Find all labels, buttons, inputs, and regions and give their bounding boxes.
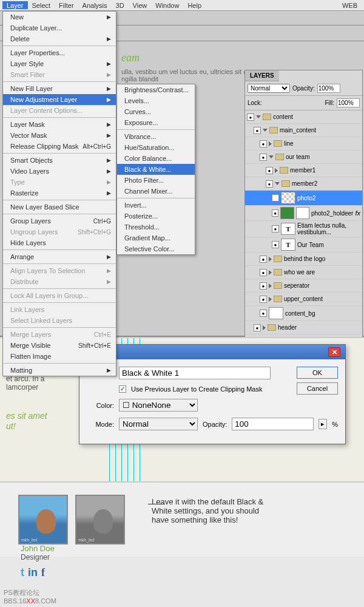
linkedin-icon[interactable]: in <box>28 566 38 579</box>
layer-text1[interactable]: ●TEtiam lectus nulla, vestibulum... <box>245 221 362 237</box>
text-icon: T <box>281 239 295 251</box>
menu-smart-objects[interactable]: Smart Objects▶ <box>3 155 116 166</box>
layer-behind-logo[interactable]: ●behind the logo <box>245 253 362 266</box>
menu-exposure[interactable]: Exposure... <box>117 117 195 128</box>
color-select[interactable]: ☐ NoneNone <box>119 399 198 412</box>
layer-member1[interactable]: ●member1 <box>245 164 362 177</box>
visibility-icon[interactable]: ● <box>272 241 279 248</box>
folder-icon <box>275 154 284 160</box>
layer-our-team[interactable]: ●our team <box>245 151 362 164</box>
menu-layer[interactable]: Layer <box>2 1 28 9</box>
layer-upper-content[interactable]: ●upper_content <box>245 293 362 306</box>
menu-vibrance[interactable]: Vibrance... <box>117 131 195 142</box>
menu-3d[interactable]: 3D <box>112 1 129 9</box>
menu-release-clipping[interactable]: Release Clipping MaskAlt+Ctrl+G <box>3 141 116 152</box>
visibility-icon[interactable]: ● <box>260 310 267 317</box>
mask-thumbnail <box>296 207 309 219</box>
menu-delete[interactable]: Delete▶ <box>3 33 116 44</box>
layers-tab[interactable]: LAYERS <box>245 70 279 81</box>
visibility-icon[interactable]: ● <box>254 127 261 134</box>
menu-vector-mask[interactable]: Vector Mask▶ <box>3 130 116 141</box>
menu-analysis[interactable]: Analysis <box>78 1 112 9</box>
close-button[interactable]: ✕ <box>328 347 340 357</box>
clip-checkbox[interactable]: ✓ <box>119 385 126 393</box>
menu-flatten[interactable]: Flatten Image <box>3 351 116 362</box>
visibility-icon[interactable]: ● <box>260 282 267 290</box>
menu-photo-filter[interactable]: Photo Filter... <box>117 175 195 186</box>
menu-new-adjustment-layer[interactable]: New Adjustment Layer▶ <box>3 94 116 105</box>
fill-input[interactable] <box>337 98 360 107</box>
layer-dropdown: New▶ Duplicate Layer... Delete▶ Layer Pr… <box>2 11 116 376</box>
opacity-input[interactable] <box>317 84 340 93</box>
visibility-icon[interactable]: ● <box>272 194 279 202</box>
blend-mode-select[interactable]: Normal <box>248 84 290 93</box>
menu-brightness[interactable]: Brightness/Contrast... <box>117 84 195 95</box>
menu-layer-style[interactable]: Layer Style▶ <box>3 58 116 69</box>
visibility-icon[interactable]: ● <box>247 114 254 121</box>
menu-threshold[interactable]: Threshold... <box>117 222 195 232</box>
facebook-icon[interactable]: f <box>41 566 45 579</box>
menu-color-balance[interactable]: Color Balance... <box>117 153 195 164</box>
menu-rasterize[interactable]: Rasterize▶ <box>3 188 116 198</box>
visibility-icon[interactable]: ● <box>254 324 261 331</box>
menu-posterize[interactable]: Posterize... <box>117 211 195 222</box>
layer-seperator[interactable]: ●seperator <box>245 279 362 293</box>
menu-channel-mixer[interactable]: Channel Mixer... <box>117 186 195 197</box>
menu-selective-color[interactable]: Selective Color... <box>117 243 195 254</box>
menu-group-layers[interactable]: Group LayersCtrl+G <box>3 215 116 226</box>
name-input[interactable] <box>119 367 271 379</box>
mid-italic-text: es sit amet ut! <box>6 411 47 432</box>
menu-matting[interactable]: Matting▶ <box>3 365 116 376</box>
opacity-stepper[interactable]: ▸ <box>318 419 327 429</box>
menu-invert[interactable]: Invert... <box>117 200 195 211</box>
fill-label: Fill: <box>325 100 334 106</box>
menu-help[interactable]: Help <box>183 1 206 9</box>
visibility-icon[interactable]: ● <box>266 180 273 188</box>
menu-hue-saturation[interactable]: Hue/Saturation... <box>117 142 195 153</box>
menu-web[interactable]: WEB <box>338 1 362 9</box>
layer-photo2-holder[interactable]: ●photo2_holdeerfx <box>245 206 362 221</box>
layer-line[interactable]: ●line <box>245 137 362 151</box>
visibility-icon[interactable]: ● <box>260 269 267 276</box>
layer-member2[interactable]: ●member2 <box>245 177 362 191</box>
visibility-icon[interactable]: ● <box>266 167 273 174</box>
visibility-icon[interactable]: ● <box>272 225 279 232</box>
menu-merge-visible[interactable]: Merge VisibleShift+Ctrl+E <box>3 340 116 351</box>
layer-main-content[interactable]: ●main_content <box>245 124 362 137</box>
visibility-icon[interactable]: ● <box>260 154 267 161</box>
visibility-icon[interactable]: ● <box>260 140 267 148</box>
menu-arrange[interactable]: Arrange▶ <box>3 251 116 262</box>
visibility-icon[interactable]: ● <box>260 296 267 303</box>
cancel-button[interactable]: Cancel <box>297 382 338 395</box>
twitter-icon[interactable]: t <box>21 566 24 579</box>
menu-hide-layers[interactable]: Hide Layers <box>3 237 116 248</box>
layer-who-we-are[interactable]: ●who we are <box>245 266 362 279</box>
menu-curves[interactable]: Curves... <box>117 106 195 117</box>
text-icon: T <box>281 223 295 235</box>
layer-photo2[interactable]: ●photo2 <box>245 191 362 206</box>
opacity-input[interactable] <box>232 418 314 430</box>
menu-new-fill-layer[interactable]: New Fill Layer▶ <box>3 83 116 94</box>
visibility-icon[interactable]: ● <box>272 209 278 217</box>
folder-icon <box>281 180 290 187</box>
layer-text2[interactable]: ●TOur Team <box>245 237 362 253</box>
menu-black-white[interactable]: Black & White... <box>117 164 195 175</box>
menu-levels[interactable]: Levels... <box>117 95 195 106</box>
menu-new[interactable]: New▶ <box>3 12 116 22</box>
layer-content[interactable]: ●content <box>245 110 362 124</box>
menu-new-slice[interactable]: New Layer Based Slice <box>3 202 116 212</box>
visibility-icon[interactable]: ● <box>260 256 267 263</box>
menu-video-layers[interactable]: Video Layers▶ <box>3 166 116 177</box>
layer-header[interactable]: ●header <box>245 321 362 334</box>
menu-select[interactable]: Select <box>28 1 55 9</box>
menu-layer-mask[interactable]: Layer Mask▶ <box>3 119 116 130</box>
mode-select[interactable]: Normal <box>119 418 198 430</box>
ok-button[interactable]: OK <box>297 367 338 379</box>
menu-view[interactable]: View <box>129 1 152 9</box>
menu-layer-properties[interactable]: Layer Properties... <box>3 47 116 58</box>
menu-window[interactable]: Window <box>151 1 183 9</box>
menu-gradient-map[interactable]: Gradient Map... <box>117 232 195 243</box>
layer-content-bg[interactable]: ●content_bg <box>245 306 362 321</box>
menu-duplicate-layer[interactable]: Duplicate Layer... <box>3 22 116 33</box>
menu-filter[interactable]: Filter <box>55 1 78 9</box>
